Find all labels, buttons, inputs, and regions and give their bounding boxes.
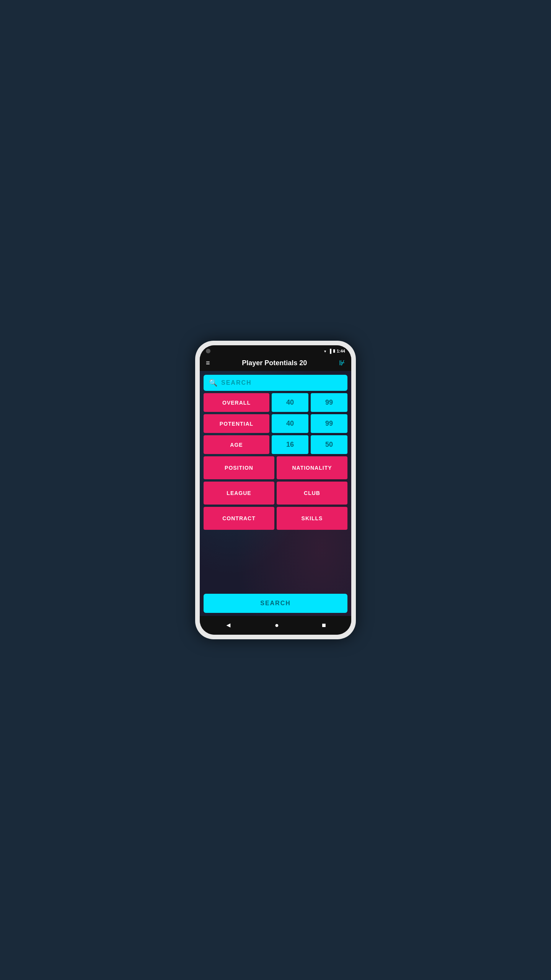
search-icon: 🔍 xyxy=(209,379,217,387)
status-icons: 1:44 xyxy=(323,348,345,353)
top-bar: ≡ Player Potentials 20 ⊮ xyxy=(200,355,351,371)
phone-frame: 1:44 ≡ Player Potentials 20 ⊮ 🔍 OVERALL … xyxy=(195,341,356,639)
potential-filter-row: POTENTIAL 40 99 xyxy=(204,414,347,433)
menu-icon[interactable]: ≡ xyxy=(206,359,210,367)
camera-icon xyxy=(206,349,210,353)
overall-label[interactable]: OVERALL xyxy=(204,393,269,412)
age-min[interactable]: 16 xyxy=(272,435,308,454)
search-box[interactable]: 🔍 xyxy=(204,375,347,391)
filter-icon[interactable]: ⊮ xyxy=(339,359,345,367)
contract-button[interactable]: CONTRACT xyxy=(204,507,274,530)
potential-label[interactable]: POTENTIAL xyxy=(204,414,269,433)
position-button[interactable]: POSITION xyxy=(204,456,274,479)
main-content: 🔍 OVERALL 40 99 POTENTIAL 40 99 AGE 16 5… xyxy=(200,371,351,591)
phone-screen: 1:44 ≡ Player Potentials 20 ⊮ 🔍 OVERALL … xyxy=(200,345,351,635)
signal-icon xyxy=(328,349,331,353)
position-nationality-row: POSITION NATIONALITY xyxy=(204,456,347,479)
overall-min[interactable]: 40 xyxy=(272,393,308,412)
age-max[interactable]: 50 xyxy=(311,435,347,454)
recent-button[interactable]: ■ xyxy=(317,620,331,631)
app-title: Player Potentials 20 xyxy=(242,359,307,367)
potential-max[interactable]: 99 xyxy=(311,414,347,433)
club-button[interactable]: CLUB xyxy=(277,482,347,505)
potential-min[interactable]: 40 xyxy=(272,414,308,433)
contract-skills-row: CONTRACT SKILLS xyxy=(204,507,347,530)
home-button[interactable]: ● xyxy=(270,620,284,631)
nav-bar: ◄ ● ■ xyxy=(200,616,351,635)
nationality-button[interactable]: NATIONALITY xyxy=(277,456,347,479)
skills-button[interactable]: SKILLS xyxy=(277,507,347,530)
battery-icon xyxy=(333,348,335,353)
overall-filter-row: OVERALL 40 99 xyxy=(204,393,347,412)
bottom-search-section: SEARCH xyxy=(200,591,351,616)
overall-max[interactable]: 99 xyxy=(311,393,347,412)
status-bar: 1:44 xyxy=(200,345,351,355)
time-display: 1:44 xyxy=(337,349,345,353)
league-button[interactable]: LEAGUE xyxy=(204,482,274,505)
age-filter-row: AGE 16 50 xyxy=(204,435,347,454)
wifi-icon xyxy=(323,349,327,353)
back-button[interactable]: ◄ xyxy=(220,620,236,631)
search-input[interactable] xyxy=(221,379,342,386)
age-label[interactable]: AGE xyxy=(204,435,269,454)
search-button[interactable]: SEARCH xyxy=(204,594,347,613)
league-club-row: LEAGUE CLUB xyxy=(204,482,347,505)
